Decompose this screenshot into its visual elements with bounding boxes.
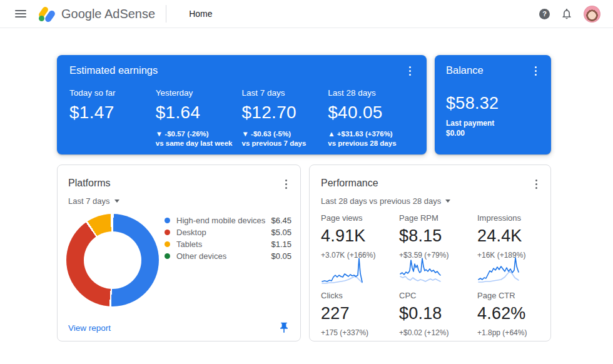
earnings-metric-yesterday: Yesterday $1.64 ▼ -$0.57 (-26%) vs same … bbox=[156, 88, 242, 147]
metric-page-ctr: Page CTR 4.62% +1.8pp (+64%) bbox=[477, 255, 555, 337]
metric-label: CPC bbox=[399, 291, 477, 300]
legend-value: $0.05 bbox=[271, 251, 291, 261]
metric-cpc: CPC $0.18 +$0.02 (+12%) bbox=[399, 255, 477, 337]
legend-label: Tablets bbox=[176, 240, 202, 249]
platforms-title: Platforms bbox=[68, 178, 111, 189]
metric-value: 4.62% bbox=[477, 304, 555, 323]
donut-hole bbox=[84, 231, 141, 289]
legend-dot-other bbox=[165, 253, 170, 259]
nav-home-tab[interactable]: Home bbox=[189, 9, 212, 19]
metric-label: Page RPM bbox=[399, 213, 477, 223]
user-avatar[interactable] bbox=[584, 6, 600, 23]
metric-label: Last 28 days bbox=[328, 88, 414, 98]
metric-delta: +1.8pp (+64%) bbox=[477, 328, 555, 337]
legend-dot-tablets bbox=[165, 241, 170, 247]
metric-value: $1.47 bbox=[69, 103, 156, 123]
metric-value: $40.05 bbox=[328, 103, 414, 123]
last-payment-label: Last payment bbox=[446, 119, 540, 128]
metric-delta: ▲ +$31.63 (+376%) bbox=[328, 130, 414, 138]
legend-label: High-end mobile devices bbox=[176, 216, 265, 225]
platforms-card: Platforms Last 7 days High-end mobile de… bbox=[57, 164, 301, 341]
metric-label: Clicks bbox=[321, 291, 399, 300]
legend-item: High-end mobile devices $6.45 bbox=[165, 215, 291, 226]
metric-label: Yesterday bbox=[156, 88, 242, 98]
balance-value: $58.32 bbox=[446, 94, 540, 113]
metric-compare: vs previous 28 days bbox=[328, 139, 414, 147]
metric-compare: vs same day last week bbox=[156, 139, 242, 147]
metric-label: Impressions bbox=[477, 213, 555, 223]
balance-title: Balance bbox=[446, 64, 484, 76]
legend-dot-desktop bbox=[165, 230, 170, 235]
help-icon[interactable]: ? bbox=[539, 9, 550, 19]
header-divider bbox=[166, 5, 166, 23]
notifications-bell-icon[interactable] bbox=[560, 8, 573, 20]
metric-label: Page CTR bbox=[477, 291, 555, 300]
legend-item: Desktop $5.05 bbox=[165, 226, 291, 238]
metric-value: 4.91K bbox=[321, 226, 399, 246]
brand-title: Google AdSense bbox=[61, 7, 155, 21]
metric-value: $12.70 bbox=[242, 103, 328, 123]
metric-page-rpm: Page RPM $8.15 +$3.59 (+79%) bbox=[399, 213, 477, 260]
metric-value: $8.15 bbox=[399, 226, 477, 246]
metric-value: 24.4K bbox=[477, 226, 555, 246]
balance-kebab-menu-icon[interactable] bbox=[532, 64, 540, 78]
metric-value: 227 bbox=[321, 304, 399, 323]
top-app-bar: Google AdSense Home ? bbox=[0, 0, 613, 28]
page-ctr-sparkline-chart bbox=[477, 255, 521, 287]
metric-label: Page views bbox=[321, 213, 399, 223]
performance-title: Performance bbox=[321, 178, 378, 189]
performance-kebab-menu-icon[interactable] bbox=[532, 178, 540, 191]
earnings-metric-today: Today so far $1.47 bbox=[69, 88, 156, 147]
estimated-earnings-title: Estimated earnings bbox=[69, 64, 158, 76]
metric-label: Today so far bbox=[69, 88, 156, 98]
earnings-metric-last-28-days: Last 28 days $40.05 ▲ +$31.63 (+376%) vs… bbox=[328, 88, 414, 147]
metric-value: $1.64 bbox=[156, 103, 242, 123]
performance-card: Performance Last 28 days vs previous 28 … bbox=[309, 164, 551, 341]
clicks-sparkline-chart bbox=[321, 255, 365, 287]
platforms-range-label: Last 7 days bbox=[68, 196, 110, 206]
metric-compare: vs previous 7 days bbox=[242, 139, 328, 147]
legend-dot-mobile bbox=[165, 218, 170, 223]
performance-range-label: Last 28 days vs previous 28 days bbox=[321, 196, 441, 206]
legend-label: Other devices bbox=[176, 251, 226, 261]
legend-value: $6.45 bbox=[271, 216, 291, 225]
pin-icon[interactable] bbox=[278, 321, 290, 334]
chevron-down-icon bbox=[114, 200, 119, 203]
metric-delta: ▼ -$0.57 (-26%) bbox=[156, 130, 242, 138]
metric-clicks: Clicks 227 +175 (+337%) bbox=[321, 255, 399, 337]
metric-label: Last 7 days bbox=[242, 88, 328, 98]
metric-impressions: Impressions 24.4K +16K (+189%) bbox=[477, 213, 555, 260]
legend-value: $5.05 bbox=[271, 228, 291, 237]
platforms-legend: High-end mobile devices $6.45 Desktop $5… bbox=[165, 215, 291, 262]
metric-value: $0.18 bbox=[399, 304, 477, 323]
adsense-logo-icon bbox=[38, 4, 56, 23]
balance-card: Balance $58.32 Last payment $0.00 bbox=[435, 55, 551, 154]
earnings-kebab-menu-icon[interactable] bbox=[406, 64, 414, 78]
earnings-metric-last-7-days: Last 7 days $12.70 ▼ -$0.63 (-5%) vs pre… bbox=[242, 88, 328, 147]
chevron-down-icon bbox=[445, 200, 450, 203]
legend-item: Other devices $0.05 bbox=[165, 250, 291, 262]
platforms-kebab-menu-icon[interactable] bbox=[282, 178, 290, 191]
metric-delta: +175 (+337%) bbox=[321, 328, 399, 337]
metric-delta: ▼ -$0.63 (-5%) bbox=[242, 130, 328, 138]
metric-delta: +$0.02 (+12%) bbox=[399, 328, 477, 337]
performance-range-selector[interactable]: Last 28 days vs previous 28 days bbox=[321, 196, 450, 206]
platforms-range-selector[interactable]: Last 7 days bbox=[68, 196, 119, 206]
legend-label: Desktop bbox=[176, 228, 206, 237]
view-report-link[interactable]: View report bbox=[68, 323, 111, 333]
cpc-sparkline-chart bbox=[399, 255, 443, 287]
legend-value: $1.15 bbox=[271, 240, 291, 249]
legend-item: Tablets $1.15 bbox=[165, 238, 291, 250]
metric-page-views: Page views 4.91K +3.07K (+166%) bbox=[321, 213, 399, 260]
hamburger-menu-icon[interactable] bbox=[15, 8, 26, 19]
last-payment-value: $0.00 bbox=[446, 129, 540, 138]
estimated-earnings-card: Estimated earnings Today so far $1.47 Ye… bbox=[57, 55, 427, 154]
